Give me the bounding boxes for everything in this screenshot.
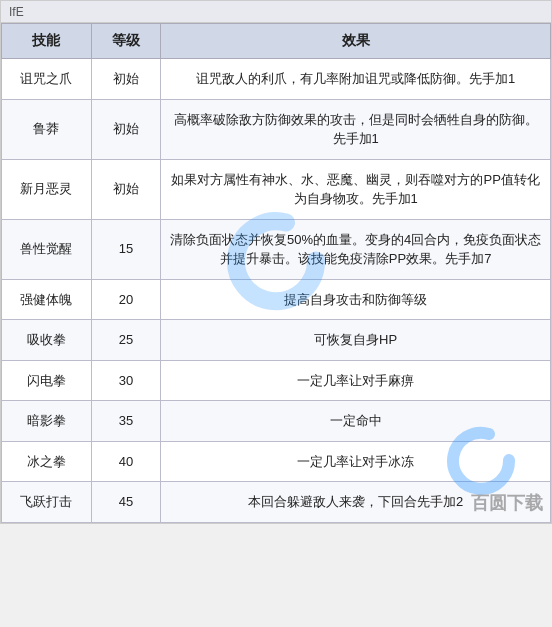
skill-effect: 如果对方属性有神水、水、恶魔、幽灵，则吞噬对方的PP值转化为自身物攻。先手加1 <box>161 159 551 219</box>
skill-level: 25 <box>91 320 161 361</box>
skill-effect: 清除负面状态并恢复50%的血量。变身的4回合内，免疫负面状态并提升暴击。该技能免… <box>161 219 551 279</box>
table-row: 鲁莽初始高概率破除敌方防御效果的攻击，但是同时会牺牲自身的防御。先手加1 <box>2 99 551 159</box>
table-row: 飞跃打击45本回合躲避敌人来袭，下回合先手加2 <box>2 482 551 523</box>
skill-level: 45 <box>91 482 161 523</box>
skill-name: 新月恶灵 <box>2 159 92 219</box>
table-row: 新月恶灵初始如果对方属性有神水、水、恶魔、幽灵，则吞噬对方的PP值转化为自身物攻… <box>2 159 551 219</box>
header-skill: 技能 <box>2 24 92 59</box>
skill-name: 闪电拳 <box>2 360 92 401</box>
skill-name: 飞跃打击 <box>2 482 92 523</box>
table-row: 诅咒之爪初始诅咒敌人的利爪，有几率附加诅咒或降低防御。先手加1 <box>2 59 551 100</box>
header-effect: 效果 <box>161 24 551 59</box>
skill-effect: 高概率破除敌方防御效果的攻击，但是同时会牺牲自身的防御。先手加1 <box>161 99 551 159</box>
skill-name: 吸收拳 <box>2 320 92 361</box>
skill-effect: 一定几率让对手冰冻 <box>161 441 551 482</box>
skill-name: 诅咒之爪 <box>2 59 92 100</box>
skill-level: 初始 <box>91 59 161 100</box>
skill-name: 强健体魄 <box>2 279 92 320</box>
skill-effect: 可恢复自身HP <box>161 320 551 361</box>
skills-table: 技能 等级 效果 诅咒之爪初始诅咒敌人的利爪，有几率附加诅咒或降低防御。先手加1… <box>1 23 551 523</box>
table-row: 强健体魄20提高自身攻击和防御等级 <box>2 279 551 320</box>
skill-effect: 提高自身攻击和防御等级 <box>161 279 551 320</box>
skill-name: 冰之拳 <box>2 441 92 482</box>
main-container: IfE 百圆下载 技能 等级 效果 诅咒之爪初始诅咒敌人的利爪，有几率附加诅咒或… <box>0 0 552 524</box>
table-row: 暗影拳35一定命中 <box>2 401 551 442</box>
skill-name: 暗影拳 <box>2 401 92 442</box>
top-bar-label: IfE <box>9 5 24 19</box>
skill-level: 35 <box>91 401 161 442</box>
skill-level: 初始 <box>91 99 161 159</box>
table-row: 冰之拳40一定几率让对手冰冻 <box>2 441 551 482</box>
skill-name: 鲁莽 <box>2 99 92 159</box>
skill-level: 15 <box>91 219 161 279</box>
table-row: 兽性觉醒15清除负面状态并恢复50%的血量。变身的4回合内，免疫负面状态并提升暴… <box>2 219 551 279</box>
skill-level: 30 <box>91 360 161 401</box>
skill-level: 20 <box>91 279 161 320</box>
table-row: 吸收拳25可恢复自身HP <box>2 320 551 361</box>
top-bar: IfE <box>1 1 551 23</box>
skill-effect: 本回合躲避敌人来袭，下回合先手加2 <box>161 482 551 523</box>
skill-effect: 一定几率让对手麻痹 <box>161 360 551 401</box>
skill-level: 40 <box>91 441 161 482</box>
table-row: 闪电拳30一定几率让对手麻痹 <box>2 360 551 401</box>
skill-level: 初始 <box>91 159 161 219</box>
skill-name: 兽性觉醒 <box>2 219 92 279</box>
skill-effect: 一定命中 <box>161 401 551 442</box>
skill-effect: 诅咒敌人的利爪，有几率附加诅咒或降低防御。先手加1 <box>161 59 551 100</box>
header-level: 等级 <box>91 24 161 59</box>
